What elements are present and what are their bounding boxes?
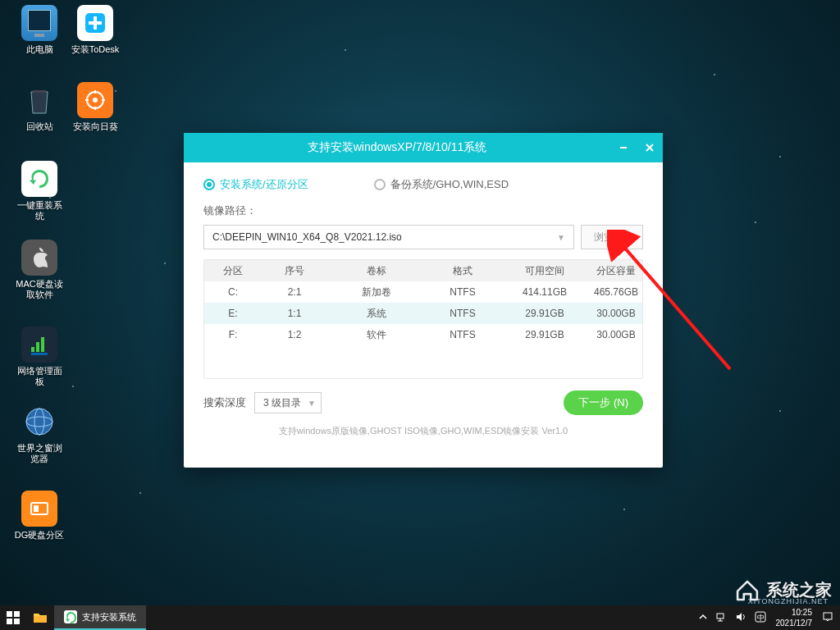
reinstall-icon [21,161,57,197]
icon-reinstall[interactable]: 一键重装系统 [13,161,66,221]
depth-select[interactable]: 3 级目录 ▼ [254,392,322,413]
svg-rect-9 [31,347,34,352]
icon-this-pc[interactable]: 此电脑 [13,5,66,55]
explorer-button[interactable] [26,605,54,630]
col-num: 序号 [262,260,327,281]
path-value: C:\DEEPIN_WIN10_X64_Q8_V2021.12.iso [212,231,402,243]
radio-bullet-icon [203,179,215,190]
svg-point-4 [93,98,98,103]
chevron-down-icon: ▼ [557,233,565,242]
depth-value: 3 级目录 [263,396,301,410]
svg-rect-11 [41,337,44,352]
table-header: 分区 序号 卷标 格式 可用空间 分区容量 [204,260,642,281]
table-row[interactable]: E: 1:1 系统 NTFS 29.91GB 30.00GB [204,303,642,324]
todesk-icon [77,5,113,41]
radio-label: 备份系统/GHO,WIN,ESD [390,177,509,192]
svg-rect-34 [824,613,832,619]
icon-world-browser[interactable]: 世界之窗浏览器 [13,404,66,464]
icon-dg-partition[interactable]: DG硬盘分区 [13,491,66,541]
taskbar: 支持安装系统 中 10:25 2021/12/7 [0,605,840,630]
tray-chevron[interactable] [696,613,710,623]
icon-netpanel[interactable]: 网络管理面板 [13,326,66,387]
table-row[interactable]: F: 1:2 软件 NTFS 29.91GB 30.00GB [204,324,642,345]
footer-note: 支持windows原版镜像,GHOST ISO镜像,GHO,WIM,ESD镜像安… [203,425,643,437]
folder-icon [33,611,48,624]
browse-button[interactable]: 浏览 (B) [581,225,643,249]
icon-label: 一键重装系统 [13,200,66,221]
minimize-button[interactable] [610,133,637,162]
task-installer[interactable]: 支持安装系统 [54,605,146,630]
partition-table: 分区 序号 卷标 格式 可用空间 分区容量 C: 2:1 新加卷 NTFS 41… [203,259,643,379]
chevron-up-icon [699,613,707,621]
svg-rect-18 [34,505,39,512]
network-icon [715,612,727,622]
radio-backup[interactable]: 备份系统/GHO,WIN,ESD [374,177,509,192]
taskbar-clock[interactable]: 10:25 2021/12/7 [771,607,818,628]
ime-icon: 中 [755,611,766,623]
start-button[interactable] [0,605,26,630]
svg-rect-12 [31,353,48,355]
titlebar[interactable]: 支持安装windowsXP/7/8/10/11系统 [184,133,663,162]
notification-icon [822,611,833,623]
svg-rect-2 [94,16,97,30]
icon-label: 安装向日葵 [69,121,121,132]
svg-rect-27 [34,616,47,623]
col-fmt: 格式 [426,260,500,281]
sunflower-icon [77,82,113,118]
svg-rect-29 [717,614,724,619]
tray-volume[interactable] [732,612,750,623]
radio-bullet-icon [374,179,386,190]
svg-rect-23 [7,611,12,617]
radio-install[interactable]: 安装系统/还原分区 [203,177,308,192]
icon-sunflower[interactable]: 安装向日葵 [69,82,121,132]
tray-network[interactable] [712,612,730,623]
icon-recycle-bin[interactable]: 回收站 [13,82,66,132]
icon-mac-disk[interactable]: MAC硬盘读取软件 [13,240,66,300]
icon-todesk[interactable]: 安装ToDesk [69,5,121,55]
globe-icon [21,404,57,440]
window-body: 安装系统/还原分区 备份系统/GHO,WIN,ESD 镜像路径： C:\DEEP… [184,162,663,468]
dg-icon [21,491,57,527]
icon-label: 世界之窗浏览器 [13,443,66,464]
image-path-combo[interactable]: C:\DEEPIN_WIN10_X64_Q8_V2021.12.iso ▼ [203,225,574,249]
speaker-icon [735,612,746,622]
recycle-icon [21,82,57,118]
table-row[interactable]: C: 2:1 新加卷 NTFS 414.11GB 465.76GB [204,281,642,303]
tray-ime[interactable]: 中 [751,611,769,624]
col-vol: 卷标 [327,260,426,281]
svg-rect-24 [14,611,20,617]
depth-label: 搜索深度 [203,395,246,410]
clock-time: 10:25 [776,607,813,618]
col-part: 分区 [204,260,262,281]
netpanel-icon [21,326,57,363]
svg-rect-25 [7,619,12,624]
next-button[interactable]: 下一步 (N) [564,390,643,415]
svg-text:中: 中 [756,614,764,622]
chevron-down-icon: ▼ [308,399,316,408]
close-button[interactable] [637,133,663,162]
icon-label: DG硬盘分区 [13,530,66,541]
icon-label: MAC硬盘读取软件 [13,279,66,300]
svg-rect-10 [36,342,39,352]
icon-label: 安装ToDesk [69,44,121,55]
task-label: 支持安装系统 [82,611,136,623]
windows-icon [7,611,20,624]
svg-rect-26 [14,619,20,624]
reinstall-icon [64,610,77,623]
radio-label: 安装系统/还原分区 [220,177,308,192]
path-label: 镜像路径： [203,203,643,218]
col-free: 可用空间 [500,260,590,281]
monitor-icon [21,5,57,41]
tray-notifications[interactable] [819,611,837,624]
icon-label: 网络管理面板 [13,366,66,387]
col-cap: 分区容量 [590,260,642,281]
clock-date: 2021/12/7 [776,618,813,628]
icon-label: 回收站 [13,121,66,132]
mac-disk-icon [21,240,57,276]
window-title: 支持安装windowsXP/7/8/10/11系统 [184,140,610,155]
icon-label: 此电脑 [13,44,66,55]
watermark-sub: XITONGZHIJIA.NET [748,597,829,605]
system-tray: 中 10:25 2021/12/7 [696,605,841,630]
installer-window: 支持安装windowsXP/7/8/10/11系统 安装系统/还原分区 备份系统… [184,133,663,468]
